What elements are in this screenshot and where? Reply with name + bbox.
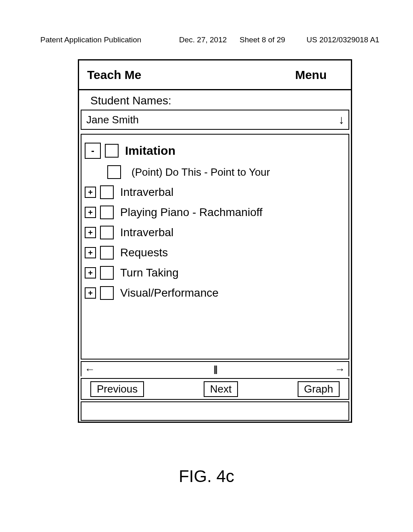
expand-icon[interactable]: + (85, 267, 96, 278)
tree-sub-label: (Point) Do This - Point to Your (131, 166, 270, 179)
checkbox[interactable] (100, 185, 114, 199)
arrow-right-icon[interactable]: → (335, 363, 345, 376)
checkbox[interactable] (107, 165, 121, 179)
pub-sheet: Sheet 8 of 29 (240, 35, 285, 44)
student-value: Jane Smith (86, 114, 139, 126)
pub-date: Dec. 27, 2012 (179, 35, 227, 44)
tree-label: Intraverbal (120, 186, 173, 199)
horizontal-scrollbar[interactable]: ← ||| → (81, 361, 349, 376)
tree-item-turn-taking[interactable]: + Turn Taking (85, 266, 345, 280)
footer-blank (81, 401, 349, 421)
student-label: Student Names: (79, 90, 351, 110)
arrow-left-icon[interactable]: ← (85, 363, 95, 376)
collapse-icon[interactable]: - (85, 143, 101, 159)
figure-label: FIG. 4c (0, 467, 413, 486)
tree-item-piano[interactable]: + Playing Piano - Rachmanioff (85, 206, 345, 219)
tree-item-visual[interactable]: + Visual/Performance (85, 286, 345, 300)
tree-sub-item[interactable]: (Point) Do This - Point to Your (107, 165, 345, 179)
title-bar: Teach Me Menu (79, 60, 351, 90)
tree-label: Requests (120, 246, 168, 259)
student-dropdown[interactable]: Jane Smith ↓ (81, 110, 349, 130)
app-window: Teach Me Menu Student Names: Jane Smith … (78, 59, 352, 423)
expand-icon[interactable]: + (85, 207, 96, 218)
graph-button[interactable]: Graph (298, 381, 340, 397)
pub-num: US 2012/0329018 A1 (307, 35, 380, 44)
pub-left: Patent Application Publication (40, 35, 141, 44)
tree-label: Turn Taking (120, 266, 179, 279)
expand-icon[interactable]: + (85, 247, 96, 258)
menu-button[interactable]: Menu (295, 68, 327, 82)
app-title: Teach Me (87, 68, 142, 82)
tree-label: Imitation (125, 144, 175, 158)
next-button[interactable]: Next (204, 381, 238, 397)
scroll-thumb-icon[interactable]: ||| (213, 364, 217, 374)
expand-icon[interactable]: + (85, 287, 96, 299)
button-row: Previous Next Graph (81, 378, 349, 400)
expand-icon[interactable]: + (85, 227, 96, 238)
checkbox[interactable] (100, 226, 114, 239)
expand-icon[interactable]: + (85, 187, 96, 198)
tree-item-requests[interactable]: + Requests (85, 246, 345, 260)
checkbox[interactable] (100, 206, 114, 219)
tree-item-intraverbal-2[interactable]: + Intraverbal (85, 226, 345, 239)
checkbox[interactable] (105, 144, 119, 158)
checkbox[interactable] (100, 266, 114, 280)
chevron-down-icon: ↓ (338, 113, 344, 127)
previous-button[interactable]: Previous (90, 381, 144, 397)
tree-label: Playing Piano - Rachmanioff (120, 206, 263, 219)
checkbox[interactable] (100, 246, 114, 260)
tree-label: Visual/Performance (120, 287, 219, 299)
tree-item-intraverbal-1[interactable]: + Intraverbal (85, 185, 345, 199)
tree-label: Intraverbal (120, 226, 173, 239)
checkbox[interactable] (100, 286, 114, 300)
category-tree: - Imitation (Point) Do This - Point to Y… (81, 134, 349, 360)
tree-item-imitation[interactable]: - Imitation (85, 143, 345, 159)
